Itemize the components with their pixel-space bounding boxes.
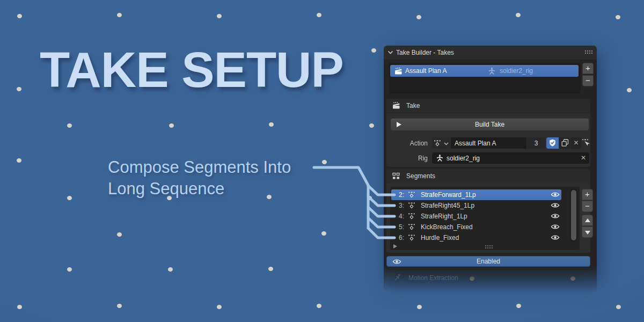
segment-name: StrafeRight_1Lp (421, 213, 467, 220)
triangle-down-icon (585, 231, 590, 235)
panel-drag-grip[interactable] (584, 50, 592, 54)
unlink-action-button[interactable]: ✕ (571, 137, 581, 149)
segment-row[interactable]: 6: Hurdle_Fixed (391, 232, 561, 243)
takes-list: Assault Plan A soldier2_rig (389, 63, 581, 94)
take-subpanel-title: Take (406, 102, 420, 109)
copy-icon (561, 139, 569, 147)
segment-name: KickBreach_Fixed (421, 223, 473, 231)
panel-title: Take Builder - Takes (396, 49, 454, 56)
take-name: Assault Plan A (405, 67, 447, 75)
rig-value: soldier2_rig (447, 155, 480, 162)
add-take-button[interactable]: + (582, 63, 594, 74)
segment-name: Hurdle_Fixed (421, 234, 459, 241)
take-clapperboard-icon (394, 68, 402, 75)
segment-row[interactable]: 3: StrafeRight45_1Lp (391, 200, 561, 211)
action-row-label: Action (384, 137, 428, 147)
action-name-field[interactable]: Assault Plan A (451, 137, 526, 149)
action-icon (408, 191, 416, 199)
segment-index: 5: (396, 223, 404, 231)
take-section-clapperboard-icon (392, 102, 400, 109)
segments-scrollbar[interactable] (570, 189, 577, 241)
chevron-down-icon (444, 142, 449, 145)
action-icon (434, 140, 442, 147)
annotation-line-2: Long Sequence (108, 178, 291, 200)
segment-name: StrafeRight45_1Lp (421, 202, 474, 209)
segments-subpanel-title: Segments (406, 172, 435, 180)
motion-extraction-icon (394, 274, 401, 281)
segment-name: StrafeForward_1Lp (421, 191, 476, 199)
remove-take-button[interactable]: − (582, 75, 594, 86)
chevron-down-icon (387, 50, 393, 54)
scrollbar-thumb[interactable] (571, 190, 576, 240)
segments-list-expand-triangle[interactable] (393, 244, 397, 248)
action-icon (408, 234, 416, 241)
visibility-eye-icon[interactable] (551, 192, 560, 197)
segments-list-resize-grip[interactable] (485, 245, 493, 248)
motion-extraction-title: Motion Extraction (408, 274, 458, 282)
annotation-text: Compose Segments Into Long Sequence (108, 157, 291, 200)
segments-subpanel-header[interactable]: Segments (386, 169, 590, 183)
annotation-line-1: Compose Segments Into (108, 157, 291, 178)
motion-extraction-subpanel-header[interactable]: Motion Extraction (386, 271, 590, 285)
visibility-eye-icon[interactable] (551, 213, 560, 219)
segment-index: 6: (396, 234, 404, 241)
segment-row[interactable]: 2: StrafeForward_1Lp (391, 189, 561, 200)
page-title: TAKE SETUP (40, 45, 343, 94)
action-browse-dropdown[interactable] (432, 137, 450, 149)
action-assign-icon (582, 138, 590, 147)
triangle-up-icon (585, 218, 590, 222)
segment-index: 3: (396, 202, 404, 209)
rig-field[interactable]: soldier2_rig ✕ (432, 152, 589, 164)
rig-row-label: Rig (384, 152, 428, 162)
segments-list: 2: StrafeForward_1Lp 3: StrafeRight45_1L… (390, 187, 580, 250)
armature-icon (436, 154, 444, 162)
add-segment-button[interactable]: + (582, 189, 593, 200)
move-segment-up-button[interactable] (582, 215, 593, 226)
visibility-eye-icon (392, 259, 401, 265)
take-builder-panel: Take Builder - Takes Assault Plan A sold… (384, 46, 597, 292)
fake-user-shield-button[interactable] (546, 137, 559, 149)
segments-icon (392, 172, 400, 180)
assign-action-button[interactable] (582, 137, 590, 149)
shield-check-icon (548, 138, 557, 147)
play-icon (397, 122, 401, 127)
take-row-selected[interactable]: Assault Plan A soldier2_rig (390, 65, 579, 77)
clear-rig-button[interactable]: ✕ (581, 154, 586, 162)
action-icon (408, 202, 416, 209)
enabled-toggle-button[interactable]: Enabled (386, 256, 590, 267)
action-icon (408, 213, 416, 220)
segment-row[interactable]: 4: StrafeRight_1Lp (391, 211, 561, 222)
segment-index: 4: (396, 213, 404, 220)
remove-segment-button[interactable]: − (582, 201, 593, 212)
take-subpanel-header[interactable]: Take (386, 99, 590, 113)
visibility-eye-icon[interactable] (551, 202, 560, 208)
panel-header[interactable]: Take Builder - Takes (384, 46, 597, 60)
visibility-eye-icon[interactable] (551, 235, 560, 240)
armature-icon (488, 67, 496, 75)
segment-row[interactable]: 5: KickBreach_Fixed (391, 222, 561, 232)
segment-index: 2: (396, 191, 404, 199)
duplicate-action-button[interactable] (559, 137, 570, 149)
move-segment-down-button[interactable] (582, 226, 593, 238)
action-user-count[interactable]: 3 (527, 137, 545, 149)
take-rig-name: soldier2_rig (500, 67, 533, 75)
build-take-button[interactable]: Build Take (390, 118, 589, 131)
background-dot-texture (0, 0, 5, 4)
action-icon (408, 223, 416, 231)
visibility-eye-icon[interactable] (551, 224, 560, 230)
